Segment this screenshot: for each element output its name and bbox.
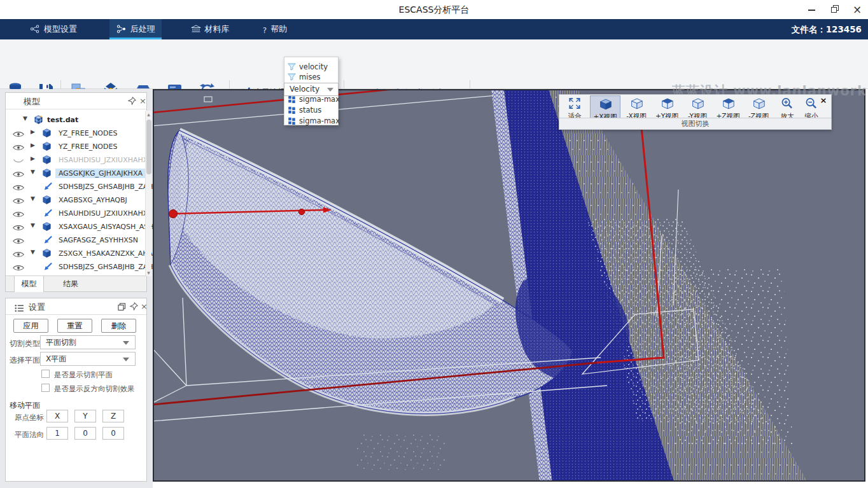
expander-icon[interactable]: ▼	[31, 195, 38, 202]
dropdown-option[interactable]: mises	[288, 70, 320, 80]
menu-help[interactable]: ?帮助	[256, 19, 294, 39]
cube-minus-z-icon	[751, 97, 766, 109]
tree-item-label[interactable]: YZ_FREE_NODES	[55, 142, 120, 151]
grid-icon	[288, 106, 296, 114]
mesh-scene[interactable]	[154, 90, 864, 480]
origin-z-input[interactable]	[102, 410, 124, 422]
tree-item-label[interactable]: AGSGKJKG_GJHXAJKHXA	[55, 169, 146, 178]
eye-icon[interactable]	[13, 169, 24, 178]
apply-button[interactable]: 应用	[13, 319, 48, 333]
variable-combo[interactable]: Velocity	[284, 83, 339, 96]
show-reverse-cut-checkbox[interactable]	[41, 384, 50, 392]
minimize-button[interactable]	[803, 0, 820, 19]
normal-x-input[interactable]	[46, 427, 68, 440]
fit-icon	[567, 97, 582, 109]
cube-icon	[41, 155, 52, 165]
tree-item-label[interactable]: YZ_FREE_NODES	[55, 129, 120, 138]
origin-y-input[interactable]	[74, 410, 96, 422]
expander-icon[interactable]: ▶	[31, 129, 38, 135]
restore-button[interactable]	[827, 0, 844, 19]
dropdown-option[interactable]: sigma-max	[288, 114, 340, 123]
tree-item-label[interactable]: HSAUHDISU_JZXIUXHAHX	[55, 155, 151, 165]
tree-tab-bar: 模型 结果	[6, 275, 146, 291]
normal-y-input[interactable]	[74, 427, 96, 440]
eye-icon[interactable]	[13, 142, 24, 151]
view-minus-z-button[interactable]: -Z视图	[743, 95, 774, 118]
view-minus-y-button[interactable]: -Y视图	[682, 95, 713, 118]
tree-row: SDHSBJZS_GHSABJHB_ZAHU	[6, 260, 146, 274]
tree-item-label[interactable]: XAGBSXG_AYHAQBJ	[55, 195, 130, 205]
close-icon[interactable]: ×	[141, 302, 148, 311]
cut-type-select[interactable]: 平面切割	[40, 335, 136, 349]
close-button[interactable]: ×	[849, 0, 865, 19]
tree-item-label[interactable]: test.dat	[44, 115, 81, 125]
eye-icon[interactable]	[13, 249, 24, 258]
pin-icon[interactable]	[128, 97, 136, 107]
eye-icon[interactable]	[13, 195, 24, 204]
settings-panel-title: 设置	[29, 302, 45, 313]
vector-arrow-icon	[43, 261, 53, 272]
normal-z-input[interactable]	[102, 427, 124, 440]
view-minus-x-button[interactable]: -X视图	[621, 95, 652, 118]
eye-icon[interactable]	[13, 235, 24, 244]
plane-label: 选择平面	[10, 355, 40, 366]
restore-panel-icon[interactable]	[118, 303, 126, 313]
expander-icon[interactable]: ▶	[31, 155, 38, 162]
origin-x-input[interactable]	[46, 410, 68, 422]
zoom-in-button[interactable]: 放大	[775, 95, 799, 118]
tree-row: SAGFASGZ_ASYHHXSN	[6, 234, 146, 247]
fit-view-button[interactable]: 适合	[561, 95, 589, 118]
tab-model[interactable]: 模型	[14, 276, 44, 292]
tree-row: ▼ test.dat	[6, 113, 146, 127]
expander-icon[interactable]: ▼	[23, 115, 31, 122]
expander-icon[interactable]: ▼	[31, 249, 38, 255]
pin-icon[interactable]	[130, 302, 138, 312]
origin-label: 原点坐标	[15, 413, 44, 422]
menu-model-settings[interactable]: 模型设置	[23, 19, 84, 39]
scroll-up-icon[interactable]: ▲	[146, 112, 151, 116]
model-panel: 模型 × ▼ test.dat ▶ YZ_FREE_NODES ▶ YZ_FRE…	[5, 92, 147, 292]
eye-icon[interactable]	[13, 262, 24, 271]
vector-arrow-icon	[43, 235, 53, 245]
scroll-down-icon[interactable]: ▼	[146, 270, 151, 275]
expander-icon[interactable]: ▼	[31, 169, 38, 175]
nodes-icon	[30, 20, 40, 41]
vector-arrow-icon	[43, 181, 53, 192]
tab-result[interactable]: 结果	[52, 276, 90, 292]
viewport-3d[interactable]	[153, 89, 865, 482]
model-panel-title: 模型	[24, 96, 40, 108]
menu-bar: 模型设置 后处理 材料库 ?帮助 文件名：123456	[0, 19, 868, 39]
tree-item-label[interactable]: SAGFASGZ_ASYHHXSN	[55, 235, 141, 245]
menu-material-library[interactable]: 材料库	[185, 19, 235, 39]
eye-off-icon[interactable]	[13, 155, 24, 164]
eye-icon[interactable]	[13, 182, 24, 191]
view-plus-z-button[interactable]: +Z视图	[713, 95, 743, 118]
expander-icon[interactable]: ▶	[31, 142, 38, 148]
dropdown-option[interactable]: velocity	[288, 60, 328, 69]
cut-type-label: 切割类型	[10, 338, 40, 349]
eye-icon[interactable]	[13, 222, 24, 231]
zoom-in-icon	[780, 97, 795, 109]
eye-icon[interactable]	[13, 129, 24, 137]
reset-button[interactable]: 重置	[57, 319, 92, 333]
view-plus-y-button[interactable]: +Y视图	[652, 95, 682, 118]
tree-row: ▼ ZSXGX_HSAKAZNZXK_AHASX	[6, 247, 146, 260]
zoom-out-icon	[804, 97, 819, 109]
expander-icon[interactable]: ▼	[31, 222, 38, 228]
tree-item-label[interactable]: HSAUHDISU_JZXIUXHAHX	[55, 209, 151, 218]
plane-select[interactable]: X平面	[40, 352, 136, 366]
scrollbar-thumb[interactable]	[146, 120, 151, 174]
dropdown-option[interactable]: status	[288, 103, 321, 113]
close-icon[interactable]: ×	[818, 95, 829, 106]
menu-post-processing[interactable]: 后处理	[109, 19, 162, 39]
chevron-down-icon	[327, 88, 333, 92]
close-icon[interactable]: ×	[139, 96, 146, 106]
tree-scrollbar[interactable]: ▲ ▼	[145, 111, 151, 276]
eye-icon[interactable]	[13, 209, 24, 218]
move-plane-title: 移动平面	[10, 400, 40, 411]
model-cube-icon	[33, 115, 44, 125]
help-icon: ?	[263, 20, 267, 41]
view-plus-x-button[interactable]: +X视图	[590, 95, 620, 118]
show-cut-plane-checkbox[interactable]	[41, 370, 50, 378]
delete-button[interactable]: 删除	[101, 319, 136, 333]
